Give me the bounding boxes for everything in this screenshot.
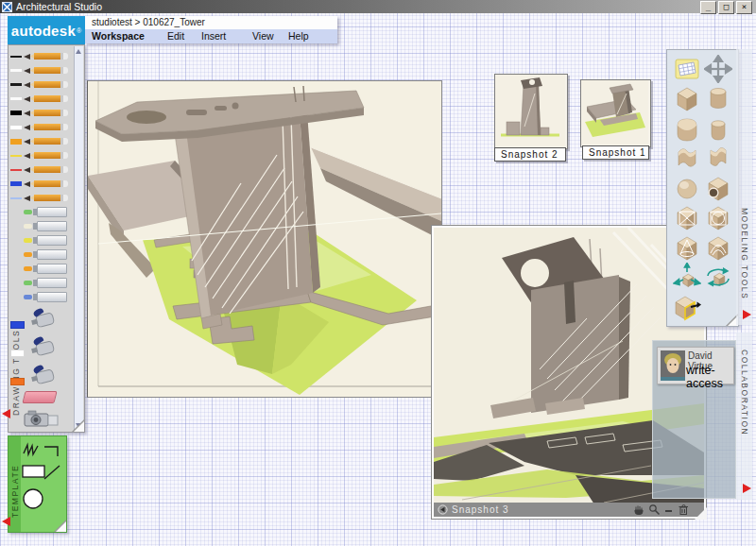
stroke-swatch [10, 97, 22, 100]
pencil-tool[interactable] [10, 49, 73, 63]
modeling-tools-collapse-arrow[interactable] [743, 310, 751, 319]
wave-wall-tool-a[interactable] [672, 144, 702, 173]
modeling-tools-panel [666, 49, 739, 327]
snapshot-2-thumbnail[interactable] [494, 74, 568, 149]
collaboration-user-card[interactable]: David Virtue write-access [657, 347, 734, 384]
box-tool[interactable] [672, 84, 702, 113]
collaboration-tab[interactable]: COLLABORATION [736, 333, 752, 500]
pencil-tool[interactable] [10, 63, 73, 77]
header-block: studiotest > 010627_Tower Workspace Edit… [85, 16, 337, 43]
template-corner-line-icon[interactable] [43, 442, 61, 457]
title-bar[interactable]: Architectural Studio _ □ × [0, 0, 756, 13]
wireframe-curve-tool[interactable] [703, 232, 733, 262]
pencil-icon [24, 138, 68, 145]
close-button[interactable]: × [736, 1, 752, 14]
template-line-icon[interactable] [43, 464, 61, 481]
model-render [88, 81, 441, 396]
template-panel: TEMPLATE [8, 435, 67, 533]
window-title: Architectural Studio [16, 1, 102, 12]
stroke-swatch [10, 69, 22, 72]
push-pull-tool[interactable] [672, 292, 702, 321]
marker-tool[interactable] [10, 276, 73, 290]
drawing-tools-collapse-arrow[interactable] [2, 409, 10, 418]
wave-wall-tool-b[interactable] [703, 144, 733, 173]
pencil-tool[interactable] [10, 92, 73, 106]
translate-tool[interactable] [672, 263, 702, 292]
collaborator-access: write-access [686, 364, 733, 390]
menu-view[interactable]: View [252, 30, 274, 42]
eraser-icon [22, 391, 57, 403]
marker-tool[interactable] [10, 262, 73, 276]
maximize-button[interactable]: □ [718, 1, 734, 14]
snapshot-3-titlebar[interactable]: Snapshot 3 [434, 503, 704, 517]
zoom-icon[interactable] [648, 503, 661, 516]
stroke-swatch [10, 155, 22, 157]
paint-swatch [10, 350, 25, 357]
airbrush-icon [27, 363, 60, 387]
pencil-icon [24, 166, 68, 174]
modeling-tools-tab[interactable]: MODELING TOOLS [736, 49, 752, 325]
collaboration-panel: David Virtue write-access [652, 340, 736, 499]
minimize-button[interactable]: _ [700, 1, 716, 14]
drawing-tools-panel: DRAWING TOOLS [8, 44, 85, 433]
snapshot-2-label[interactable]: Snapshot 2 [494, 147, 566, 162]
rotate-tool[interactable] [703, 263, 733, 292]
logo-mark: ® [77, 27, 81, 34]
pencil-tool[interactable] [10, 177, 73, 191]
snapshot-1-thumbnail[interactable] [580, 79, 651, 147]
airbrush-tool[interactable] [10, 333, 73, 361]
template-circle-icon[interactable] [22, 487, 44, 510]
collaboration-collapse-arrow[interactable] [743, 484, 751, 493]
pencil-tool[interactable] [10, 77, 73, 92]
sheet-tool[interactable] [672, 54, 702, 83]
stroke-swatch [10, 181, 22, 186]
wireframe-cone-tool[interactable] [672, 232, 702, 262]
marker-tool[interactable] [10, 205, 73, 219]
pencil-tool[interactable] [10, 191, 73, 205]
pencil-tool[interactable] [10, 134, 73, 148]
main-canvas[interactable] [87, 80, 442, 398]
resize-grip[interactable] [695, 507, 707, 520]
trash-icon[interactable] [678, 503, 689, 516]
drawing-tools-list [10, 49, 73, 429]
stroke-swatch [10, 139, 22, 145]
marker-tool[interactable] [10, 247, 73, 262]
menu-help[interactable]: Help [288, 30, 309, 42]
collapse-icon[interactable] [438, 504, 448, 515]
menu-insert[interactable]: Insert [201, 30, 226, 42]
template-scribble-icon[interactable] [22, 442, 41, 457]
drawing-tools-scrollbar[interactable] [74, 46, 83, 431]
template-collapse-arrow[interactable] [2, 517, 10, 526]
breadcrumb[interactable]: studiotest > 010627_Tower [85, 16, 337, 29]
pencil-icon [24, 95, 68, 103]
camera-tool[interactable] [10, 405, 73, 429]
wireframe-cylinder-tool[interactable] [703, 203, 733, 232]
rounded-cylinder-tool[interactable] [703, 113, 733, 143]
pan-3d-tool[interactable] [703, 54, 733, 83]
wireframe-box-tool[interactable] [672, 203, 702, 232]
marker-tool[interactable] [10, 233, 73, 247]
snapshot-2-render [495, 75, 565, 146]
pencil-tool[interactable] [10, 148, 73, 162]
sphere-tool[interactable] [672, 173, 702, 202]
paint-swatch [10, 378, 25, 385]
airbrush-tool[interactable] [10, 304, 73, 333]
marker-icon [24, 264, 67, 273]
pan-icon[interactable] [632, 503, 644, 516]
marker-tool[interactable] [10, 290, 73, 304]
marker-tool[interactable] [10, 219, 73, 233]
snapshot-1-label[interactable]: Snapshot 1 [582, 145, 649, 160]
airbrush-tool[interactable] [10, 361, 73, 389]
cylinder-tool[interactable] [703, 84, 733, 113]
menu-edit[interactable]: Edit [167, 30, 184, 42]
menu-workspace[interactable]: Workspace [92, 30, 145, 42]
pencil-tool[interactable] [10, 120, 73, 134]
pencil-tool[interactable] [10, 162, 73, 177]
rounded-box-tool[interactable] [672, 113, 702, 143]
holed-box-tool[interactable] [703, 173, 733, 202]
pencil-tool[interactable] [10, 106, 73, 120]
stroke-swatch [10, 83, 22, 86]
marker-icon [24, 208, 67, 216]
minimize-snapshot-icon[interactable] [664, 503, 674, 516]
eraser-tool[interactable] [10, 389, 73, 405]
